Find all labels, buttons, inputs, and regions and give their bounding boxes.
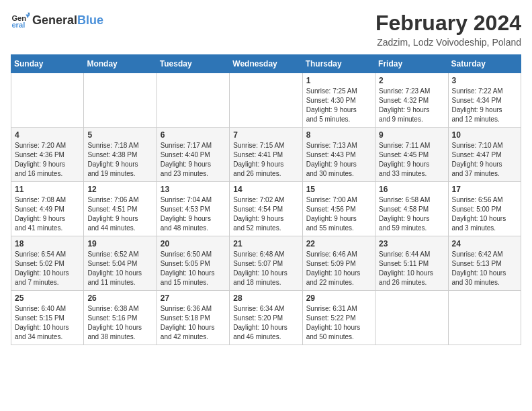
calendar-week-5: 25Sunrise: 6:40 AM Sunset: 5:15 PM Dayli… (11, 291, 521, 345)
day-number: 4 (15, 130, 80, 140)
calendar-cell: 9Sunrise: 7:11 AM Sunset: 4:45 PM Daylig… (375, 128, 448, 182)
calendar-cell: 16Sunrise: 6:58 AM Sunset: 4:58 PM Dayli… (375, 182, 448, 236)
day-number: 14 (233, 185, 298, 194)
calendar-cell: 18Sunrise: 6:54 AM Sunset: 5:02 PM Dayli… (11, 236, 84, 291)
day-info: Sunrise: 6:34 AM Sunset: 5:20 PM Dayligh… (233, 304, 298, 342)
day-number: 21 (233, 239, 298, 248)
day-info: Sunrise: 7:22 AM Sunset: 4:34 PM Dayligh… (452, 87, 517, 124)
day-info: Sunrise: 6:38 AM Sunset: 5:16 PM Dayligh… (87, 304, 152, 342)
day-info: Sunrise: 7:04 AM Sunset: 4:53 PM Dayligh… (161, 195, 226, 233)
weekday-header-saturday: Saturday (448, 55, 521, 73)
calendar-cell: 26Sunrise: 6:38 AM Sunset: 5:16 PM Dayli… (84, 291, 157, 345)
day-number: 27 (161, 293, 226, 303)
day-info: Sunrise: 7:10 AM Sunset: 4:47 PM Dayligh… (452, 141, 517, 179)
day-info: Sunrise: 6:48 AM Sunset: 5:07 PM Dayligh… (233, 250, 298, 287)
day-info: Sunrise: 6:40 AM Sunset: 5:15 PM Dayligh… (15, 304, 80, 342)
day-info: Sunrise: 7:08 AM Sunset: 4:49 PM Dayligh… (15, 195, 80, 233)
calendar-cell: 4Sunrise: 7:20 AM Sunset: 4:36 PM Daylig… (11, 128, 84, 182)
day-number: 24 (452, 239, 517, 248)
day-number: 29 (306, 293, 371, 303)
day-number: 5 (87, 130, 152, 140)
day-info: Sunrise: 6:52 AM Sunset: 5:04 PM Dayligh… (87, 250, 152, 287)
day-info: Sunrise: 6:50 AM Sunset: 5:05 PM Dayligh… (161, 250, 226, 287)
calendar-cell (448, 291, 521, 345)
calendar-cell: 21Sunrise: 6:48 AM Sunset: 5:07 PM Dayli… (230, 236, 302, 291)
day-number: 3 (452, 76, 517, 85)
day-number: 22 (306, 239, 371, 248)
calendar-cell (84, 73, 157, 128)
day-number: 28 (233, 293, 298, 303)
svg-text:eral: eral (11, 21, 25, 29)
logo-icon: Gen eral (11, 11, 30, 30)
day-info: Sunrise: 6:42 AM Sunset: 5:13 PM Dayligh… (452, 250, 517, 287)
day-info: Sunrise: 6:54 AM Sunset: 5:02 PM Dayligh… (15, 250, 80, 287)
weekday-header-thursday: Thursday (302, 55, 375, 73)
calendar-cell: 1Sunrise: 7:25 AM Sunset: 4:30 PM Daylig… (302, 73, 375, 128)
day-number: 18 (15, 239, 80, 248)
day-info: Sunrise: 7:18 AM Sunset: 4:38 PM Dayligh… (87, 141, 152, 179)
day-info: Sunrise: 7:17 AM Sunset: 4:40 PM Dayligh… (161, 141, 226, 179)
weekday-header-wednesday: Wednesday (230, 55, 302, 73)
day-number: 20 (161, 239, 226, 248)
logo: Gen eral GeneralBlue (11, 11, 103, 30)
day-number: 7 (233, 130, 298, 140)
day-number: 13 (161, 185, 226, 194)
calendar-cell: 6Sunrise: 7:17 AM Sunset: 4:40 PM Daylig… (157, 128, 229, 182)
day-number: 10 (452, 130, 517, 140)
day-info: Sunrise: 7:20 AM Sunset: 4:36 PM Dayligh… (15, 141, 80, 179)
calendar-cell: 11Sunrise: 7:08 AM Sunset: 4:49 PM Dayli… (11, 182, 84, 236)
month-title: February 2024 (375, 11, 521, 36)
logo-general: General (32, 14, 77, 26)
calendar-week-3: 11Sunrise: 7:08 AM Sunset: 4:49 PM Dayli… (11, 182, 521, 236)
weekday-header-friday: Friday (375, 55, 448, 73)
calendar-cell: 23Sunrise: 6:44 AM Sunset: 5:11 PM Dayli… (375, 236, 448, 291)
day-info: Sunrise: 7:00 AM Sunset: 4:56 PM Dayligh… (306, 195, 371, 233)
calendar-cell: 17Sunrise: 6:56 AM Sunset: 5:00 PM Dayli… (448, 182, 521, 236)
calendar-cell: 28Sunrise: 6:34 AM Sunset: 5:20 PM Dayli… (230, 291, 302, 345)
day-info: Sunrise: 7:13 AM Sunset: 4:43 PM Dayligh… (306, 141, 371, 179)
day-info: Sunrise: 6:31 AM Sunset: 5:22 PM Dayligh… (306, 304, 371, 342)
calendar-cell: 2Sunrise: 7:23 AM Sunset: 4:32 PM Daylig… (375, 73, 448, 128)
day-number: 6 (161, 130, 226, 140)
day-info: Sunrise: 7:02 AM Sunset: 4:54 PM Dayligh… (233, 195, 298, 233)
calendar-cell: 8Sunrise: 7:13 AM Sunset: 4:43 PM Daylig… (302, 128, 375, 182)
day-number: 12 (87, 185, 152, 194)
weekday-header-monday: Monday (84, 55, 157, 73)
day-number: 17 (452, 185, 517, 194)
day-number: 15 (306, 185, 371, 194)
day-info: Sunrise: 6:44 AM Sunset: 5:11 PM Dayligh… (379, 250, 444, 287)
day-number: 16 (379, 185, 444, 194)
logo-text: GeneralBlue (32, 14, 103, 26)
calendar-cell: 27Sunrise: 6:36 AM Sunset: 5:18 PM Dayli… (157, 291, 229, 345)
day-number: 23 (379, 239, 444, 248)
calendar-cell (375, 291, 448, 345)
day-info: Sunrise: 6:46 AM Sunset: 5:09 PM Dayligh… (306, 250, 371, 287)
day-number: 2 (379, 76, 444, 85)
day-number: 25 (15, 293, 80, 303)
calendar-week-1: 1Sunrise: 7:25 AM Sunset: 4:30 PM Daylig… (11, 73, 521, 128)
calendar-cell: 24Sunrise: 6:42 AM Sunset: 5:13 PM Dayli… (448, 236, 521, 291)
day-number: 26 (87, 293, 152, 303)
day-number: 19 (87, 239, 152, 248)
day-number: 1 (306, 76, 371, 85)
calendar-cell (157, 73, 229, 128)
day-info: Sunrise: 7:25 AM Sunset: 4:30 PM Dayligh… (306, 87, 371, 124)
day-info: Sunrise: 6:36 AM Sunset: 5:18 PM Dayligh… (161, 304, 226, 342)
day-info: Sunrise: 7:15 AM Sunset: 4:41 PM Dayligh… (233, 141, 298, 179)
calendar-cell: 12Sunrise: 7:06 AM Sunset: 4:51 PM Dayli… (84, 182, 157, 236)
calendar-cell: 10Sunrise: 7:10 AM Sunset: 4:47 PM Dayli… (448, 128, 521, 182)
calendar-cell: 19Sunrise: 6:52 AM Sunset: 5:04 PM Dayli… (84, 236, 157, 291)
calendar-cell: 13Sunrise: 7:04 AM Sunset: 4:53 PM Dayli… (157, 182, 229, 236)
calendar-cell: 14Sunrise: 7:02 AM Sunset: 4:54 PM Dayli… (230, 182, 302, 236)
day-info: Sunrise: 6:58 AM Sunset: 4:58 PM Dayligh… (379, 195, 444, 233)
day-number: 11 (15, 185, 80, 194)
calendar-week-4: 18Sunrise: 6:54 AM Sunset: 5:02 PM Dayli… (11, 236, 521, 291)
day-number: 8 (306, 130, 371, 140)
title-area: February 2024 Zadzim, Lodz Voivodeship, … (375, 11, 521, 48)
calendar-cell: 7Sunrise: 7:15 AM Sunset: 4:41 PM Daylig… (230, 128, 302, 182)
calendar-cell: 3Sunrise: 7:22 AM Sunset: 4:34 PM Daylig… (448, 73, 521, 128)
weekday-header-row: SundayMondayTuesdayWednesdayThursdayFrid… (11, 55, 521, 73)
calendar-week-2: 4Sunrise: 7:20 AM Sunset: 4:36 PM Daylig… (11, 128, 521, 182)
day-info: Sunrise: 7:11 AM Sunset: 4:45 PM Dayligh… (379, 141, 444, 179)
calendar-cell (11, 73, 84, 128)
